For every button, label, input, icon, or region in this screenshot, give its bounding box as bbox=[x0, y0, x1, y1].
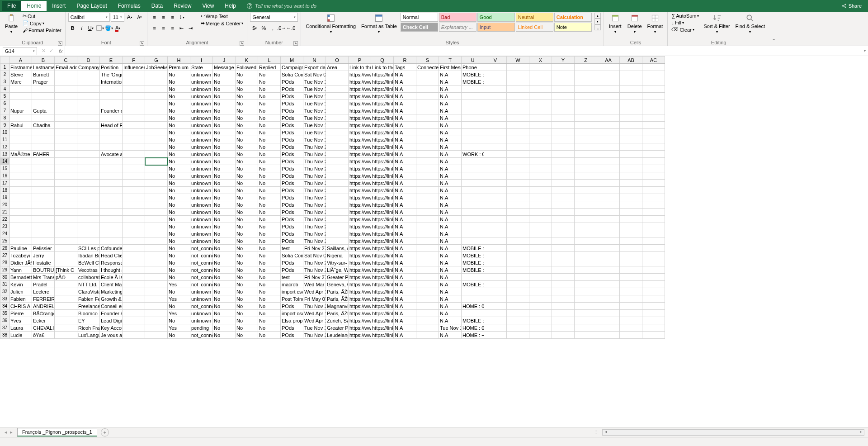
cell[interactable] bbox=[620, 332, 642, 339]
cell[interactable]: https://www bbox=[349, 317, 371, 324]
cell[interactable] bbox=[77, 114, 100, 122]
cell[interactable]: No bbox=[236, 201, 258, 209]
cell[interactable]: Lastname bbox=[32, 64, 55, 71]
cell[interactable]: No bbox=[168, 71, 190, 78]
cell[interactable]: No bbox=[236, 274, 258, 281]
cell[interactable] bbox=[77, 209, 100, 216]
cell[interactable]: No bbox=[168, 93, 190, 100]
gallery-down-button[interactable]: ▾ bbox=[594, 19, 601, 24]
cell[interactable]: Kevin bbox=[9, 281, 32, 288]
cell[interactable]: No bbox=[168, 245, 190, 252]
cell[interactable]: Freelance bbox=[77, 303, 100, 310]
cell[interactable]: No bbox=[213, 295, 236, 303]
paste-button[interactable]: Paste ▾ bbox=[3, 13, 20, 35]
cell[interactable] bbox=[326, 107, 349, 114]
cell[interactable]: N.A bbox=[439, 303, 462, 310]
cell[interactable] bbox=[484, 136, 507, 143]
cell[interactable] bbox=[597, 324, 620, 332]
cell[interactable]: No bbox=[168, 180, 190, 187]
cell[interactable]: https://linkedin.con bbox=[371, 180, 394, 187]
cell[interactable] bbox=[484, 100, 507, 107]
cell[interactable] bbox=[326, 172, 349, 180]
cell[interactable] bbox=[77, 93, 100, 100]
cell[interactable] bbox=[9, 216, 32, 223]
cell[interactable] bbox=[9, 223, 32, 230]
orientation-button[interactable]: ⤹▾ bbox=[177, 13, 186, 22]
cell[interactable] bbox=[9, 85, 32, 93]
cell[interactable] bbox=[575, 237, 597, 245]
cell[interactable]: POds bbox=[281, 194, 303, 201]
row-header[interactable]: 30 bbox=[0, 274, 9, 281]
cell[interactable]: No bbox=[258, 187, 281, 194]
cell[interactable]: No bbox=[258, 180, 281, 187]
cell[interactable] bbox=[575, 281, 597, 288]
cell[interactable] bbox=[484, 187, 507, 194]
cell[interactable] bbox=[55, 223, 77, 230]
cell[interactable] bbox=[123, 165, 145, 172]
cell[interactable] bbox=[326, 237, 349, 245]
cell[interactable] bbox=[575, 129, 597, 136]
cell[interactable]: No bbox=[236, 172, 258, 180]
cell[interactable] bbox=[416, 122, 439, 129]
cell[interactable] bbox=[55, 317, 77, 324]
cell[interactable]: Yes bbox=[168, 295, 190, 303]
cell[interactable] bbox=[575, 209, 597, 216]
cell[interactable] bbox=[552, 223, 575, 230]
cell[interactable] bbox=[507, 151, 529, 158]
cell[interactable]: https://linkedin.con bbox=[371, 324, 394, 332]
cell[interactable] bbox=[77, 129, 100, 136]
cell[interactable]: No bbox=[236, 136, 258, 143]
cell[interactable]: Message s bbox=[213, 64, 236, 71]
cell[interactable]: No bbox=[258, 107, 281, 114]
cell[interactable]: Tags bbox=[394, 64, 416, 71]
cell[interactable] bbox=[620, 151, 642, 158]
cell[interactable]: No bbox=[258, 165, 281, 172]
cell[interactable]: MOBILE : 0630785006 bbox=[462, 259, 484, 266]
cell[interactable] bbox=[507, 78, 529, 85]
cell[interactable] bbox=[32, 209, 55, 216]
cell[interactable] bbox=[326, 216, 349, 223]
cell[interactable]: No bbox=[236, 85, 258, 93]
cell[interactable]: https://www bbox=[349, 114, 371, 122]
cell[interactable] bbox=[642, 216, 665, 223]
cell[interactable]: POds bbox=[281, 143, 303, 151]
cell[interactable]: No bbox=[236, 252, 258, 259]
column-header[interactable]: K bbox=[236, 57, 258, 64]
format-cells-button[interactable]: Format▾ bbox=[646, 13, 665, 35]
cell[interactable]: No bbox=[213, 122, 236, 129]
cell[interactable]: N.A bbox=[439, 158, 462, 165]
cell[interactable] bbox=[145, 158, 168, 165]
cell[interactable]: N.A bbox=[394, 187, 416, 194]
fill-button[interactable]: ↓ Fill ▾ bbox=[670, 19, 700, 26]
cell[interactable] bbox=[552, 78, 575, 85]
column-header[interactable]: A bbox=[9, 57, 32, 64]
cell[interactable] bbox=[642, 237, 665, 245]
cell[interactable]: https://www bbox=[349, 237, 371, 245]
cell[interactable] bbox=[123, 136, 145, 143]
cell[interactable]: MaÃ®tre S bbox=[9, 151, 32, 158]
cell[interactable]: unknown bbox=[190, 223, 213, 230]
cell[interactable] bbox=[484, 274, 507, 281]
cell[interactable]: No bbox=[213, 180, 236, 187]
cell[interactable]: https://www bbox=[349, 187, 371, 194]
cell[interactable]: https://www bbox=[349, 288, 371, 295]
cell[interactable]: Thu Nov 26 2020 13:5 bbox=[303, 201, 326, 209]
cell[interactable] bbox=[597, 136, 620, 143]
delete-cells-button[interactable]: Delete▾ bbox=[626, 13, 644, 35]
cell[interactable] bbox=[55, 281, 77, 288]
cell[interactable] bbox=[507, 266, 529, 274]
cell[interactable] bbox=[575, 71, 597, 78]
cell[interactable]: not_conne bbox=[190, 274, 213, 281]
cell[interactable]: State bbox=[190, 64, 213, 71]
cell[interactable]: POds bbox=[281, 100, 303, 107]
cell[interactable]: N.A bbox=[394, 303, 416, 310]
cell[interactable] bbox=[484, 324, 507, 332]
cell[interactable]: No bbox=[258, 266, 281, 274]
cell[interactable] bbox=[575, 165, 597, 172]
cell[interactable]: POds bbox=[281, 151, 303, 158]
cell[interactable] bbox=[145, 71, 168, 78]
tab-review[interactable]: Review bbox=[168, 1, 197, 11]
cell[interactable] bbox=[416, 209, 439, 216]
cell[interactable]: No bbox=[236, 230, 258, 237]
cell[interactable]: Fri Nov 27 bbox=[303, 245, 326, 252]
